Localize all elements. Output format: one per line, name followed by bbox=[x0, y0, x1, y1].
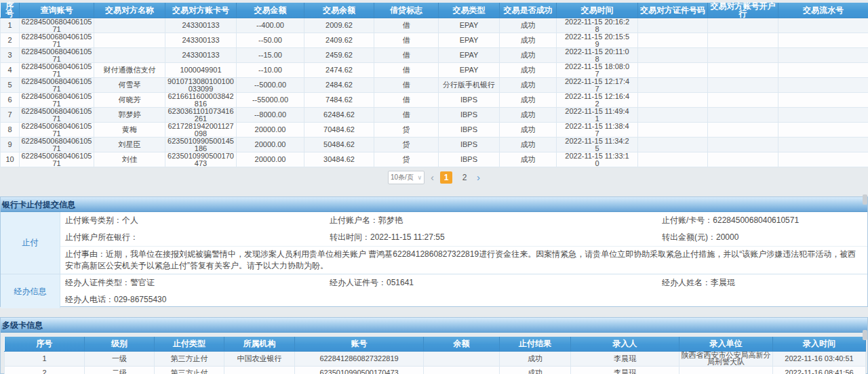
cell: 成功 bbox=[500, 78, 557, 93]
cell: 成功 bbox=[500, 48, 557, 63]
cell: 成功 bbox=[500, 63, 557, 78]
column-header: 序号 bbox=[5, 337, 85, 351]
cell: 成功 bbox=[500, 366, 571, 374]
agent-info-fields: 经办人证件类型：警官证 经办人证件号：051641 经办人姓名：李晨琨 经办人电… bbox=[60, 274, 867, 308]
cell bbox=[778, 108, 868, 123]
cell: 2022-11-15 12:17:4 7 bbox=[557, 78, 638, 93]
cell: 2409.62 bbox=[304, 33, 374, 48]
multilevel-panel-title: 多级卡信息 bbox=[1, 318, 867, 333]
cell: 20000.00 bbox=[237, 152, 304, 167]
multilevel-card-table: 序号级别止付类型所属机构账号余额止付结果录入人录入单位录入时间 1一级第三方止付… bbox=[4, 337, 866, 374]
column-header: 交易金额 bbox=[237, 3, 304, 18]
transactions-table: 序 号查询账号交易对方名称交易对方账卡号交易金额交易余额借贷标志交易类型交易是否… bbox=[0, 3, 868, 167]
stop-payment-side-label: 止付 bbox=[1, 212, 60, 274]
column-header: 交易对方账卡号 bbox=[165, 3, 237, 18]
cell: EPAY bbox=[439, 48, 500, 63]
cell: 李晨琨 bbox=[571, 366, 679, 374]
agent-phone-field: 经办人电话：029-86755430 bbox=[65, 294, 330, 306]
page-button-1[interactable]: 1 bbox=[440, 171, 452, 184]
column-header: 交易余额 bbox=[304, 3, 374, 18]
column-header: 余额 bbox=[424, 337, 500, 351]
agent-name-field: 经办人姓名：李晨琨 bbox=[662, 277, 867, 289]
cell bbox=[94, 48, 165, 63]
cell bbox=[638, 48, 708, 63]
cell: 4 bbox=[1, 63, 20, 78]
column-header: 查询账号 bbox=[20, 3, 94, 18]
cell: 借 bbox=[374, 63, 439, 78]
cell bbox=[778, 18, 868, 33]
table-row: 862284500680406105 71黄梅6217281942001127 … bbox=[1, 123, 868, 138]
cell bbox=[638, 93, 708, 108]
cell: 成功 bbox=[500, 93, 557, 108]
cell: --400.00 bbox=[237, 18, 304, 33]
stop-payment-fields: 止付账号类别：个人 止付账户名：郭梦艳 止付账/卡号：6228450068040… bbox=[60, 212, 867, 274]
stop-payment-panel: 银行卡止付提交信息 止付 止付账号类别：个人 止付账户名：郭梦艳 止付账/卡号：… bbox=[0, 196, 868, 307]
field-row: 经办人电话：029-86755430 bbox=[60, 291, 867, 308]
cell: 62284500680406105 71 bbox=[20, 152, 94, 167]
multilevel-header-row: 序号级别止付类型所属机构账号余额止付结果录入人录入单位录入时间 bbox=[5, 337, 866, 351]
cell: 2022-11-15 20:15:5 9 bbox=[557, 33, 638, 48]
cell: --10.00 bbox=[237, 63, 304, 78]
table-row: 662284500680406105 71何晓芳6216611600003842… bbox=[1, 93, 868, 108]
cell: 7 bbox=[1, 108, 20, 123]
cell: 62284500680406105 71 bbox=[20, 63, 94, 78]
cell: 2 bbox=[1, 33, 20, 48]
cell bbox=[708, 78, 778, 93]
cell: 20000.00 bbox=[237, 123, 304, 138]
cell: 62484.62 bbox=[304, 108, 374, 123]
cell: IBPS bbox=[439, 108, 500, 123]
cell bbox=[778, 33, 868, 48]
page-button-2[interactable]: 2 bbox=[458, 171, 471, 184]
cell: 分行版手机银行 bbox=[439, 78, 500, 93]
cell bbox=[708, 18, 778, 33]
cell: 6216611600003842 816 bbox=[165, 93, 237, 108]
column-header: 账号 bbox=[295, 337, 424, 351]
column-header: 交易对方名称 bbox=[94, 3, 165, 18]
cell bbox=[708, 108, 778, 123]
account-category-field: 止付账号类别：个人 bbox=[65, 215, 330, 226]
cell bbox=[424, 366, 500, 374]
cell bbox=[778, 138, 868, 152]
cell: 2022-11-15 11:34:2 5 bbox=[557, 138, 638, 152]
cell: 6235010990500170 473 bbox=[165, 152, 237, 167]
cell: 借 bbox=[374, 78, 439, 93]
cell: 2022-11-16 08:41:56 bbox=[773, 366, 866, 374]
cell: 2022-11-15 11:38:4 7 bbox=[557, 123, 638, 138]
cell: IBPS bbox=[439, 138, 500, 152]
scrollbar-thumb[interactable] bbox=[863, 194, 867, 205]
chevron-right-icon[interactable]: › bbox=[477, 171, 480, 184]
cell: 何雪琴 bbox=[94, 78, 165, 93]
table-row: 762284500680406105 71郭梦婷6230361101073416… bbox=[1, 108, 868, 123]
column-header: 交易类型 bbox=[439, 3, 500, 18]
column-header: 交易对方账号开户行 bbox=[708, 3, 778, 18]
cell: 借 bbox=[374, 93, 439, 108]
cell bbox=[638, 152, 708, 167]
cell: 20000.00 bbox=[237, 138, 304, 152]
cell: --5000.00 bbox=[237, 78, 304, 93]
cell bbox=[708, 152, 778, 167]
cell bbox=[778, 93, 868, 108]
table-row: 362284500680406105 71243300133--15.00245… bbox=[1, 48, 868, 63]
cell: 成功 bbox=[500, 108, 557, 123]
card-number-field: 止付账/卡号：6228450068040610571 bbox=[662, 215, 867, 226]
cell: 第三方止付 bbox=[155, 366, 224, 374]
table-row: 562284500680406105 71何雪琴9010713080100100… bbox=[1, 78, 868, 93]
cell bbox=[638, 123, 708, 138]
page-size-label: 10条/页 bbox=[391, 173, 414, 182]
scrollbar-thumb[interactable] bbox=[863, 330, 867, 340]
cell bbox=[708, 93, 778, 108]
account-bank-field: 止付账户所在银行： bbox=[65, 232, 330, 243]
cell: 62284500680406105 71 bbox=[20, 123, 94, 138]
cell: 2474.62 bbox=[304, 63, 374, 78]
cell: 9010713080100100 033099 bbox=[165, 78, 237, 93]
cell: --55000.00 bbox=[237, 93, 304, 108]
cell bbox=[638, 108, 708, 123]
cell: 1 bbox=[5, 351, 85, 366]
cell: 2022-11-15 20:11:0 8 bbox=[557, 48, 638, 63]
page-size-select[interactable]: 10条/页 ∨ bbox=[388, 171, 425, 184]
chevron-left-icon[interactable]: ‹ bbox=[431, 171, 434, 184]
cell: 6235010990500145 186 bbox=[165, 138, 237, 152]
cell: 刘星臣 bbox=[94, 138, 165, 152]
transfer-time-field: 转出时间：2022-11-15 11:27:55 bbox=[330, 232, 662, 243]
cell: 借 bbox=[374, 18, 439, 33]
